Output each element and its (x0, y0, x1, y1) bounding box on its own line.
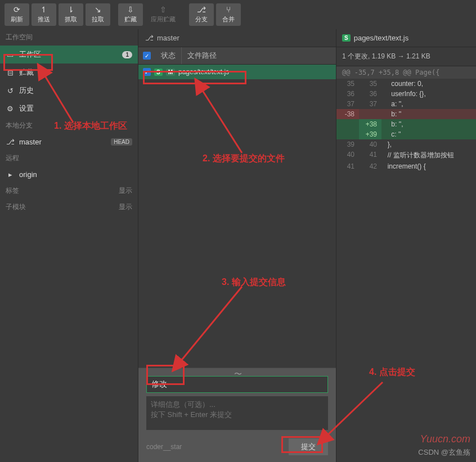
branch-button[interactable]: ⎇分支 (189, 3, 214, 26)
col-path[interactable]: 文件路径 (182, 47, 336, 64)
modified-badge: M (166, 69, 175, 76)
main-area: 工作空间 ▭ 工作区 1 ⊟贮藏 ↺历史 ⚙设置 本地分支 ⎇ master H… (0, 29, 476, 462)
sidebar-item-history[interactable]: ↺历史 (0, 81, 138, 99)
diff-line[interactable]: 3636 userInfo: {}, (336, 89, 476, 99)
diff-line[interactable]: +38 b: '', (336, 119, 476, 129)
remote-header: 远程 (0, 150, 138, 166)
diff-lines: 3535 counter: 0,3636 userInfo: {},3737 a… (336, 79, 476, 171)
sidebar-item-settings[interactable]: ⚙设置 (0, 99, 138, 117)
current-branch: master (157, 34, 179, 42)
sidebar: 工作空间 ▭ 工作区 1 ⊟贮藏 ↺历史 ⚙设置 本地分支 ⎇ master H… (0, 29, 138, 462)
diff-staged-badge: S (342, 34, 351, 42)
refresh-label: 刷新 (11, 15, 23, 24)
diff-file-path: pages/text/text.js (354, 34, 409, 42)
diff-line[interactable]: 3940 }, (336, 139, 476, 150)
watermark: Yuucn.com (420, 433, 470, 445)
refresh-button[interactable]: ⟳刷新 (5, 3, 29, 26)
stash-list-icon: ⊟ (6, 69, 15, 77)
fetch-icon: ⇂ (68, 6, 74, 13)
file-checkbox[interactable]: ✓ (143, 68, 151, 76)
toolbar: ⟳刷新 ↿推送 ⇂抓取 ↘拉取 ⇩贮藏 ⇧应用贮藏 ⎇分支 ⑂合并 (0, 0, 476, 29)
refresh-icon: ⟳ (14, 6, 20, 13)
push-button[interactable]: ↿推送 (32, 3, 56, 26)
branch-small-icon: ⎇ (145, 34, 154, 42)
stash-icon: ⇩ (127, 6, 134, 13)
branch-tree-icon: ⎇ (6, 138, 15, 146)
push-icon: ↿ (41, 6, 47, 13)
workspace-count: 1 (122, 51, 132, 58)
commit-area: 〜 coder__star 提交 (138, 368, 336, 462)
submodule-label: 子模块 (6, 202, 26, 212)
diff-line[interactable]: 4041 // 监听计数器增加按钮 (336, 150, 476, 161)
diff-line[interactable]: +39 c: '' (336, 129, 476, 139)
commit-button[interactable]: 提交 (289, 438, 328, 455)
head-badge: HEAD (111, 138, 132, 146)
tags-show[interactable]: 显示 (119, 186, 132, 196)
fetch-label: 抓取 (65, 15, 77, 24)
settings-label: 设置 (19, 103, 132, 114)
sidebar-item-workspace[interactable]: ▭ 工作区 1 (0, 46, 138, 64)
diff-line[interactable]: 3535 counter: 0, (336, 79, 476, 89)
local-branch-header: 本地分支 (0, 117, 138, 134)
diff-meta: 1 个更改, 1.19 KB → 1.21 KB (336, 47, 476, 66)
diff-file-header: Spages/text/text.js (336, 29, 476, 47)
history-label: 历史 (19, 85, 132, 96)
stash-label: 贮藏 (124, 15, 137, 24)
workspace-header: 工作空间 (0, 29, 138, 46)
file-row[interactable]: ✓ S M pages/text/text.js (138, 65, 336, 79)
branch-name: master (19, 138, 106, 146)
pull-label: 拉取 (92, 15, 104, 24)
sidebar-item-branch-master[interactable]: ⎇ master HEAD (0, 134, 138, 150)
commit-user: coder__star (146, 443, 182, 451)
origin-label: origin (19, 170, 132, 179)
tags-header: 标签显示 (0, 183, 138, 199)
file-list-header: ✓ 状态 文件路径 (138, 47, 336, 65)
workspace-label: 工作区 (19, 49, 118, 60)
branch-icon: ⎇ (197, 6, 206, 13)
tags-label: 标签 (6, 186, 19, 196)
submodule-header: 子模块显示 (0, 199, 138, 215)
credit: CSDN @玄鱼殇 (418, 447, 470, 458)
sidebar-item-stash[interactable]: ⊟贮藏 (0, 64, 138, 81)
submodule-show[interactable]: 显示 (119, 202, 132, 212)
stash-button[interactable]: ⇩贮藏 (118, 3, 143, 26)
select-all-checkbox[interactable]: ✓ (143, 52, 151, 60)
diff-panel: Spages/text/text.js 1 个更改, 1.19 KB → 1.2… (336, 29, 476, 462)
apply-stash-label: 应用贮藏 (151, 15, 176, 24)
fetch-button[interactable]: ⇂抓取 (59, 3, 83, 26)
diff-line[interactable]: 4142 increment() { (336, 161, 476, 171)
stash-label: 贮藏 (19, 67, 132, 78)
file-list-body (138, 79, 336, 368)
file-path: pages/text/text.js (178, 68, 229, 76)
chevron-right-icon: ▸ (6, 170, 15, 179)
apply-stash-button: ⇧应用贮藏 (145, 3, 181, 26)
drag-handle-icon[interactable]: 〜 (138, 369, 336, 379)
branch-bar: ⎇master (138, 29, 336, 47)
merge-label: 合并 (222, 15, 235, 24)
push-label: 推送 (38, 15, 50, 24)
gear-icon: ⚙ (6, 105, 15, 113)
diff-line[interactable]: -38 b: '' (336, 109, 476, 119)
merge-button[interactable]: ⑂合并 (216, 3, 241, 26)
history-icon: ↺ (6, 87, 15, 95)
sidebar-item-origin[interactable]: ▸origin (0, 166, 138, 183)
diff-line[interactable]: 3737 a: '', (336, 99, 476, 109)
pull-icon: ↘ (95, 6, 101, 13)
merge-icon: ⑂ (226, 6, 231, 13)
staged-badge: S (154, 69, 163, 76)
folder-icon: ▭ (6, 51, 15, 59)
col-status[interactable]: 状态 (155, 47, 182, 64)
pull-button[interactable]: ↘拉取 (86, 3, 110, 26)
center-panel: ⎇master ✓ 状态 文件路径 ✓ S M pages/text/text.… (138, 29, 336, 462)
diff-hunk-header: @@ -35,7 +35,8 @@ Page({ (336, 66, 476, 79)
apply-stash-icon: ⇧ (160, 6, 167, 13)
commit-detail-input[interactable] (146, 396, 328, 430)
branch-label: 分支 (195, 15, 208, 24)
